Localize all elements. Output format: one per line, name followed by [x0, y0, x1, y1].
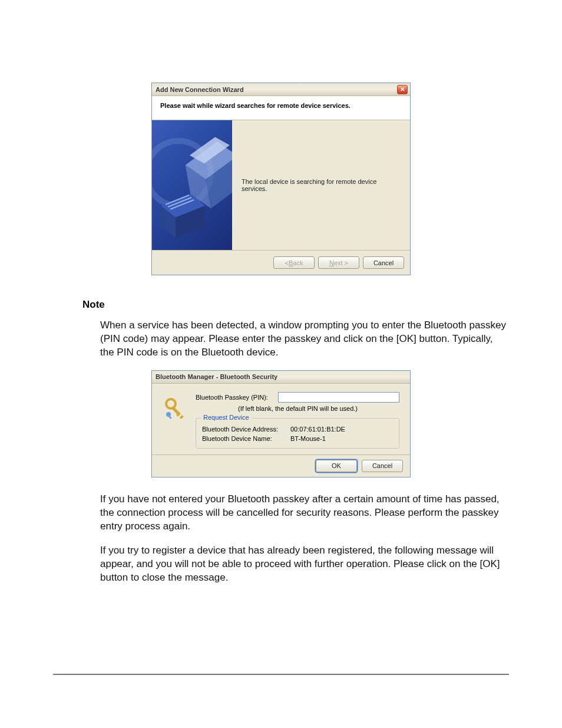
wizard-message: The local device is searching for remote… — [232, 120, 410, 250]
paragraph-3: If you try to register a device that has… — [100, 544, 509, 585]
close-icon[interactable]: ✕ — [397, 85, 408, 94]
wizard-side-image — [152, 120, 232, 250]
paragraph-1: When a service has been detected, a wind… — [100, 319, 509, 360]
request-device-legend: Request Device — [201, 414, 252, 421]
passkey-input[interactable] — [278, 392, 399, 403]
cancel-button-2[interactable]: Cancel — [362, 460, 403, 472]
security-title: Bluetooth Manager - Bluetooth Security — [156, 373, 277, 380]
svg-rect-14 — [180, 415, 184, 419]
horizontal-rule — [53, 674, 509, 675]
back-button: < Back — [273, 256, 315, 269]
wizard-subheader: Please wait while wizard searches for re… — [152, 96, 410, 120]
security-titlebar: Bluetooth Manager - Bluetooth Security — [152, 371, 410, 384]
wizard-body: The local device is searching for remote… — [152, 120, 410, 250]
next-button: Next > — [318, 256, 359, 269]
ok-button[interactable]: OK — [316, 460, 357, 472]
passkey-label: Bluetooth Passkey (PIN): — [196, 394, 278, 401]
wizard-subheader-text: Please wait while wizard searches for re… — [160, 102, 402, 109]
note-heading: Note — [82, 299, 527, 311]
request-device-group: Request Device Bluetooth Device Address:… — [196, 418, 399, 449]
device-address-label: Bluetooth Device Address: — [202, 426, 290, 433]
security-form: Bluetooth Passkey (PIN): (If left blank,… — [196, 392, 399, 449]
wizard-titlebar: Add New Connection Wizard ✕ — [152, 83, 410, 96]
page: Add New Connection Wizard ✕ Please wait … — [0, 0, 562, 630]
device-address-value: 00:07:61:01:B1:DE — [290, 426, 345, 433]
passkey-hint: (If left blank, the default PIN will be … — [238, 405, 399, 412]
wizard-footer: < Back Next > Cancel — [152, 250, 410, 275]
paragraph-2: If you have not entered your Bluetooth p… — [100, 493, 509, 533]
security-body: Bluetooth Passkey (PIN): (If left blank,… — [152, 384, 410, 454]
device-name-label: Bluetooth Device Name: — [202, 435, 290, 442]
wizard-dialog: Add New Connection Wizard ✕ Please wait … — [151, 83, 411, 275]
key-icon — [163, 396, 187, 420]
security-footer: OK Cancel — [152, 454, 410, 477]
security-dialog: Bluetooth Manager - Bluetooth Security B… — [151, 370, 411, 477]
cancel-button[interactable]: Cancel — [363, 256, 404, 269]
wizard-title: Add New Connection Wizard — [156, 86, 244, 93]
svg-point-11 — [166, 399, 176, 409]
device-name-value: BT-Mouse-1 — [290, 435, 326, 442]
